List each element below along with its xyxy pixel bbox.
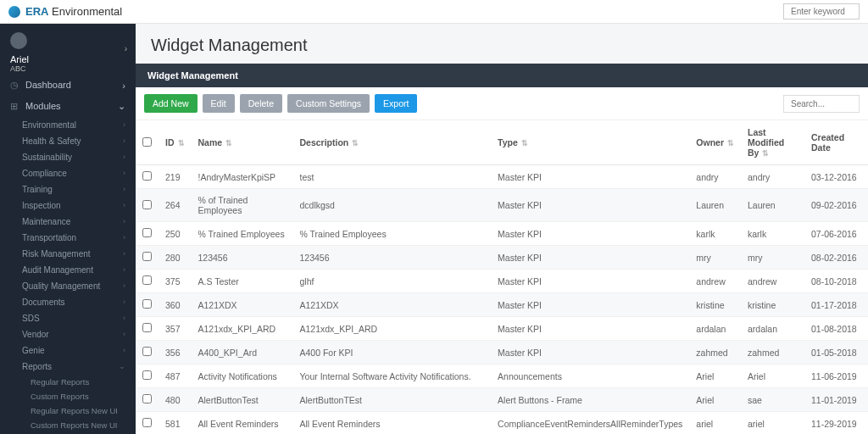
sidebar-item-custom-reports[interactable]: Custom Reports xyxy=(0,389,136,403)
col-checkbox[interactable] xyxy=(136,120,159,165)
global-search-input[interactable] xyxy=(783,3,860,19)
edit-button[interactable]: Edit xyxy=(203,94,235,113)
cell-description: Your Internal Software Activity Notifica… xyxy=(293,364,492,388)
chevron-right-icon: › xyxy=(123,249,125,259)
col-name[interactable]: Name⇅ xyxy=(192,120,293,165)
sidebar-user-block[interactable]: Ariel ABC › xyxy=(0,24,136,75)
table-row[interactable]: 487Activity NotificationsYour Internal S… xyxy=(136,364,868,388)
chevron-right-icon: › xyxy=(123,330,125,339)
table-search-input[interactable] xyxy=(783,95,860,113)
sidebar-item-transportation[interactable]: Transportation› xyxy=(0,230,136,246)
page-title: Widget Management xyxy=(136,24,868,64)
chevron-right-icon: › xyxy=(123,281,125,291)
sidebar-item-maintenance[interactable]: Maintenance› xyxy=(0,214,136,230)
cell-created-date: 11-06-2019 xyxy=(804,364,868,388)
cell-owner: andrew xyxy=(689,270,741,293)
chevron-right-icon: › xyxy=(123,169,125,178)
add-new-button[interactable]: Add New xyxy=(144,94,198,113)
cell-created-date: 01-08-2018 xyxy=(804,317,868,341)
table-row[interactable]: 375A.S TesterglhfMaster KPIandrewandrew0… xyxy=(136,270,868,293)
table-row[interactable]: 264% of Trained EmployeesdcdlkgsdMaster … xyxy=(136,189,868,222)
chevron-right-icon: › xyxy=(123,136,125,146)
col-owner[interactable]: Owner⇅ xyxy=(689,120,741,165)
table-row[interactable]: 250% Trained Employees% Trained Employee… xyxy=(136,222,868,246)
sidebar-item-documents[interactable]: Documents› xyxy=(0,294,136,310)
row-checkbox[interactable] xyxy=(142,299,152,309)
row-checkbox[interactable] xyxy=(142,370,152,380)
brand-logo-block: ERA Environmental xyxy=(8,5,122,18)
cell-type: Master KPI xyxy=(491,317,689,341)
row-checkbox[interactable] xyxy=(142,200,152,209)
sidebar-item-vendor[interactable]: Vendor› xyxy=(0,326,136,342)
sidebar-item-regular-reports-new-ui[interactable]: Regular Reports New UI xyxy=(0,403,136,418)
sidebar-item-dashboard[interactable]: ◷Dashboard› xyxy=(0,75,136,96)
cell-modified-by: andry xyxy=(741,165,804,189)
row-checkbox[interactable] xyxy=(142,171,152,181)
sidebar-item-quality-management[interactable]: Quality Management› xyxy=(0,278,136,294)
row-checkbox[interactable] xyxy=(142,323,152,332)
cell-description: A121xdx_KPI_ARD xyxy=(293,317,492,341)
cell-name: A400_KPI_Ard xyxy=(192,341,293,364)
cell-name: % of Trained Employees xyxy=(192,189,293,222)
sort-icon: ⇅ xyxy=(727,139,734,147)
avatar-icon xyxy=(10,32,27,49)
select-all-checkbox[interactable] xyxy=(142,137,152,147)
cell-owner: ariel xyxy=(689,412,741,435)
col-created-date[interactable]: Created Date xyxy=(804,120,868,165)
sidebar-item-sustainability[interactable]: Sustainability› xyxy=(0,149,136,165)
sort-icon: ⇅ xyxy=(178,139,185,147)
delete-button[interactable]: Delete xyxy=(240,94,282,113)
toolbar: Add New Edit Delete Custom Settings Expo… xyxy=(136,87,868,120)
table-row[interactable]: 357A121xdx_KPI_ARDA121xdx_KPI_ARDMaster … xyxy=(136,317,868,341)
cell-owner: zahmed xyxy=(689,341,741,364)
sidebar-item-health-safety[interactable]: Health & Safety› xyxy=(0,133,136,149)
table-row[interactable]: 219!AndryMasterKpiSPtestMaster KPIandrya… xyxy=(136,165,868,189)
table-row[interactable]: 360A121XDXA121XDXMaster KPIkristinekrist… xyxy=(136,293,868,317)
sidebar-item-regular-reports[interactable]: Regular Reports xyxy=(0,375,136,389)
row-checkbox[interactable] xyxy=(142,228,152,237)
row-checkbox[interactable] xyxy=(142,394,152,403)
cell-description: test xyxy=(293,165,492,189)
sort-icon: ⇅ xyxy=(521,139,528,147)
cell-name: A.S Tester xyxy=(192,270,293,293)
sidebar-item-genie[interactable]: Genie› xyxy=(0,342,136,359)
col-id[interactable]: ID⇅ xyxy=(159,120,192,165)
sidebar-item-training[interactable]: Training› xyxy=(0,181,136,198)
sidebar-item-risk-management[interactable]: Risk Management› xyxy=(0,246,136,262)
row-checkbox[interactable] xyxy=(142,347,152,356)
table-row[interactable]: 356A400_KPI_ArdA400 For KPIMaster KPIzah… xyxy=(136,341,868,364)
cell-id: 360 xyxy=(159,293,192,317)
table-row[interactable]: 480AlertButtonTestAlertButtonTEstAlert B… xyxy=(136,388,868,412)
sidebar-username: Ariel xyxy=(10,54,125,64)
custom-settings-button[interactable]: Custom Settings xyxy=(287,94,370,113)
cell-description: AlertButtonTEst xyxy=(293,388,492,412)
sidebar-item-sds[interactable]: SDS› xyxy=(0,310,136,326)
row-checkbox[interactable] xyxy=(142,252,152,261)
row-checkbox[interactable] xyxy=(142,418,152,427)
cell-name: !AndryMasterKpiSP xyxy=(192,165,293,189)
chevron-down-icon: ⌄ xyxy=(119,362,125,371)
table-row[interactable]: 581All Event RemindersAll Event Reminder… xyxy=(136,412,868,435)
sidebar-item-reports[interactable]: Reports⌄ xyxy=(0,359,136,375)
table-row[interactable]: 280123456123456Master KPImrymry08-02-201… xyxy=(136,246,868,270)
cell-type: Master KPI xyxy=(491,165,689,189)
row-checkbox[interactable] xyxy=(142,275,152,285)
sidebar-item-compliance[interactable]: Compliance› xyxy=(0,165,136,181)
col-type[interactable]: Type⇅ xyxy=(491,120,689,165)
sidebar-item-environmental[interactable]: Environmental› xyxy=(0,117,136,133)
sidebar-item-modules[interactable]: ⊞Modules⌄ xyxy=(0,96,136,117)
panel-header: Widget Management xyxy=(136,64,868,87)
cell-description: All Event Reminders xyxy=(293,412,492,435)
col-description[interactable]: Description⇅ xyxy=(293,120,492,165)
export-button[interactable]: Export xyxy=(375,94,417,113)
chevron-right-icon: › xyxy=(123,201,125,210)
cell-type: Master KPI xyxy=(491,293,689,317)
cell-type: Alert Buttons - Frame xyxy=(491,388,689,412)
cell-owner: karlk xyxy=(689,222,741,246)
sidebar-item-audit-management[interactable]: Audit Management› xyxy=(0,262,136,278)
col-modified-by[interactable]: Last Modified By⇅ xyxy=(741,120,804,165)
sidebar-item-inspection[interactable]: Inspection› xyxy=(0,198,136,214)
cell-modified-by: Ariel xyxy=(741,364,804,388)
cell-type: ComplianceEventRemindersAllReminderTypes xyxy=(491,412,689,435)
sidebar-item-custom-reports-new-ui[interactable]: Custom Reports New UI xyxy=(0,418,136,432)
